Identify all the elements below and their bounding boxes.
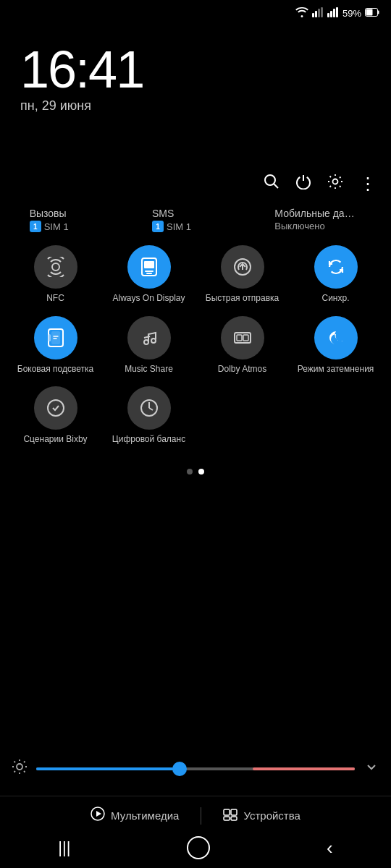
svg-line-12: [274, 184, 279, 189]
brightness-right-fill: [253, 767, 355, 770]
tile-dolby[interactable]: Dolby Atmos: [198, 316, 286, 375]
svg-rect-42: [231, 809, 237, 815]
svg-line-37: [24, 762, 25, 763]
power-button[interactable]: [295, 174, 311, 193]
tile-quick-send[interactable]: Быстрая отправка: [198, 245, 286, 305]
sim-calls-badge: 1 SIM 1: [30, 221, 69, 232]
svg-rect-2: [318, 9, 320, 17]
settings-button[interactable]: [327, 174, 343, 193]
svg-line-36: [24, 771, 25, 773]
svg-rect-21: [49, 334, 51, 341]
svg-line-35: [14, 762, 16, 763]
tile-nfc-label: NFC: [46, 293, 64, 305]
page-dot-1[interactable]: [187, 469, 193, 475]
devices-button[interactable]: Устройства: [201, 807, 321, 825]
media-label: Мультимедиа: [111, 809, 179, 822]
sim-sms[interactable]: SMS 1 SIM 1: [152, 208, 239, 232]
tile-always-on-icon: [127, 245, 171, 289]
brightness-thumb[interactable]: [172, 762, 187, 776]
battery-icon: [365, 8, 379, 19]
svg-rect-43: [224, 817, 230, 820]
page-indicators: [12, 469, 379, 475]
sim-sms-badge: 1 SIM 1: [152, 221, 191, 232]
brightness-row: [0, 746, 391, 778]
svg-rect-9: [378, 10, 379, 14]
sim-data-badge: Выключено: [274, 221, 324, 231]
svg-point-13: [333, 179, 338, 184]
sim-calls-title: Вызовы: [30, 208, 67, 219]
more-button[interactable]: ⋮: [359, 175, 377, 192]
media-play-icon: [91, 807, 105, 825]
sim1-calls-num: 1: [30, 221, 41, 232]
tile-music-share-icon: [127, 316, 171, 359]
tile-nfc[interactable]: NFC: [12, 245, 99, 305]
tile-nfc-icon: [34, 245, 77, 289]
tile-digital-balance[interactable]: Цифровой баланс: [105, 386, 193, 446]
nav-back-button[interactable]: ‹: [327, 837, 333, 859]
signal-icon: [312, 7, 324, 20]
tile-edge-label: Боковая подсветка: [17, 364, 93, 375]
tile-edge-lighting[interactable]: Боковая подсветка: [12, 316, 99, 375]
bottom-media-row: Мультимедиа Устройства: [0, 796, 391, 825]
svg-rect-10: [366, 9, 373, 15]
date-display: пн, 29 июня: [20, 98, 143, 114]
tile-bixby-icon: [34, 386, 77, 430]
tile-bixby-label: Сценарии Bixby: [23, 434, 87, 446]
wifi-icon: [295, 7, 308, 20]
svg-rect-0: [312, 13, 314, 17]
qs-toolbar: ⋮: [12, 174, 379, 193]
tile-sync[interactable]: Синхр.: [292, 245, 379, 305]
sim-row: Вызовы 1 SIM 1 SMS 1 SIM 1 Мобильные да……: [12, 208, 379, 232]
search-button[interactable]: [264, 174, 279, 193]
svg-rect-1: [315, 11, 317, 17]
brightness-expand-button[interactable]: [363, 759, 379, 778]
tile-quick-send-icon: [221, 245, 264, 289]
tile-music-label: Music Share: [125, 364, 173, 375]
tile-music-share[interactable]: Music Share: [105, 316, 193, 375]
svg-rect-41: [224, 809, 230, 815]
svg-rect-26: [237, 335, 242, 341]
brightness-icon: [12, 759, 28, 778]
time-section: 16:41 пн, 29 июня: [20, 43, 143, 114]
sim-data-title: Мобильные да…: [274, 208, 354, 219]
nav-bar: ||| ‹: [0, 827, 391, 868]
time-display: 16:41: [20, 43, 143, 95]
tile-quick-send-label: Быстрая отправка: [206, 293, 279, 305]
sim-data-label: Выключено: [274, 221, 324, 231]
svg-point-28: [48, 400, 64, 416]
sim1-sms-label: SIM 1: [167, 221, 191, 232]
brightness-fill: [36, 767, 180, 770]
brightness-slider[interactable]: [36, 767, 355, 770]
status-bar: 59%: [0, 0, 391, 26]
tile-night-mode-icon: [314, 316, 358, 359]
page-dot-2[interactable]: [198, 469, 204, 475]
nav-home-button[interactable]: [187, 836, 210, 859]
tile-bixby[interactable]: Сценарии Bixby: [12, 386, 99, 446]
tile-sync-label: Синхр.: [321, 293, 349, 305]
svg-rect-6: [333, 9, 335, 17]
svg-rect-3: [321, 7, 323, 17]
sim-data[interactable]: Мобильные да… Выключено: [274, 208, 361, 232]
svg-point-14: [52, 263, 59, 271]
tiles-grid: NFC Always On Display: [12, 245, 379, 446]
sim1-calls-label: SIM 1: [44, 221, 69, 232]
svg-rect-27: [243, 335, 248, 341]
devices-icon: [223, 807, 237, 825]
signal2-icon: [327, 7, 339, 20]
tile-dolby-icon: [221, 316, 264, 359]
status-icons: 59%: [295, 7, 379, 20]
sim1-sms-num: 1: [152, 221, 164, 232]
svg-marker-40: [96, 811, 101, 817]
svg-rect-16: [144, 261, 154, 268]
tile-digital-balance-icon: [127, 386, 171, 430]
media-button[interactable]: Мультимедиа: [69, 807, 201, 825]
tile-always-on[interactable]: Always On Display: [105, 245, 193, 305]
battery-percent: 59%: [342, 8, 361, 19]
tile-sync-icon: [314, 245, 358, 289]
nav-recent-button[interactable]: |||: [58, 838, 70, 857]
sim-calls[interactable]: Вызовы 1 SIM 1: [30, 208, 117, 232]
tile-digital-balance-label: Цифровой баланс: [112, 434, 185, 446]
tile-night-mode[interactable]: Режим затемнения: [292, 316, 379, 375]
tile-edge-lighting-icon: [34, 316, 77, 359]
svg-point-30: [17, 764, 22, 770]
